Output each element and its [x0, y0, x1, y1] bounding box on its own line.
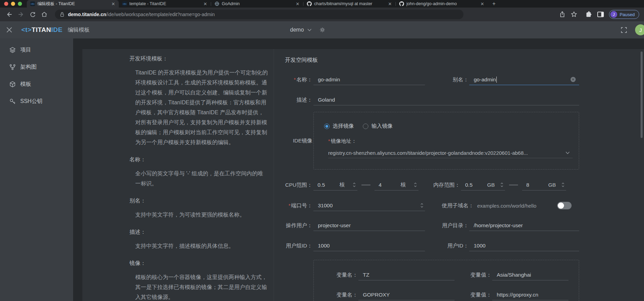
stepper-arrows[interactable] [353, 182, 356, 187]
user-dir-label: 用户目录： [436, 222, 469, 229]
form-title: 开发空间模板 [285, 56, 579, 64]
browser-toolbar: demo.titanide.cn/ide/web/workspace/templ… [0, 8, 644, 21]
memory-max-value: 8 [522, 182, 529, 188]
radio-label: 选择镜像 [333, 123, 354, 130]
gear-icon[interactable] [319, 27, 325, 33]
back-icon [6, 11, 13, 18]
sidebar-item-projects[interactable]: 项目 [0, 41, 73, 58]
sidebar-item-templates[interactable]: 模板 [0, 76, 73, 93]
fullscreen-icon[interactable] [620, 26, 628, 34]
tab-close-icon[interactable]: ✕ [295, 1, 300, 7]
close-window-button[interactable] [4, 2, 8, 6]
user-dir-input[interactable]: /home/projector-user [469, 220, 579, 231]
subdomain-value: examples.com/world/hello [477, 203, 537, 209]
radio-unselected-icon [363, 124, 368, 129]
forward-button[interactable] [15, 9, 27, 20]
browser-tab-mysql-chart[interactable]: charts/bitnami/mysql at master ✕ [303, 0, 395, 8]
group-id-input[interactable]: 1000 [313, 240, 425, 251]
name-value: go-admin [318, 77, 340, 83]
zoom-window-button[interactable] [18, 2, 22, 6]
template-editor-panel: 开发环境模板： TitanIDE 的开发环境模板是为用户提供一个可定制化的环境模… [82, 49, 644, 301]
cpu-max-input[interactable]: 4 核 [375, 180, 418, 190]
lock-icon [60, 12, 65, 17]
tab-close-icon[interactable]: ✕ [111, 1, 116, 7]
cpu-range-label: CPU范围： [285, 182, 312, 189]
tab-close-icon[interactable]: ✕ [387, 1, 393, 7]
extensions-puzzle-icon[interactable] [585, 11, 592, 18]
side-panel-icon[interactable] [597, 11, 604, 18]
browser-tab-goadmin[interactable]: GoAdmin ✕ [211, 0, 303, 8]
template-form: 开发空间模板 名称： go-admin 别名： go-admin ✕ 描述： G… [285, 49, 579, 301]
sidebar-item-architecture[interactable]: 架构图 [0, 58, 73, 76]
minimize-window-button[interactable] [11, 2, 15, 6]
stepper-arrows[interactable] [420, 203, 424, 208]
port-value: 31000 [318, 202, 333, 209]
env-var-row: 变量名： GOPROXY 变量值： https://goproxy.cn [331, 289, 568, 301]
group-id-value: 1000 [318, 243, 330, 249]
var-name-input[interactable]: TZ [358, 269, 455, 280]
cpu-unit: 核 [340, 181, 345, 188]
op-user-input[interactable]: projector-user [313, 220, 425, 231]
alias-input[interactable]: go-admin ✕ [469, 74, 579, 85]
close-editor-icon[interactable] [5, 26, 13, 34]
tab-title: GoAdmin [222, 1, 292, 6]
tab-close-icon[interactable]: ✕ [480, 1, 485, 7]
description-input[interactable]: Goland [313, 94, 579, 105]
radio-select-image[interactable]: 选择镜像 [324, 123, 354, 130]
home-icon [41, 11, 48, 18]
share-icon[interactable] [559, 11, 566, 18]
stepper-arrows[interactable] [561, 182, 565, 187]
op-user-value: projector-user [318, 222, 351, 229]
var-name-label: 变量名： [331, 291, 358, 299]
reload-button[interactable] [27, 9, 38, 20]
cpu-min-input[interactable]: 0.5 核 [313, 180, 357, 190]
user-id-label: 用户ID： [436, 242, 469, 250]
logo-bracket: <t> [21, 26, 32, 33]
github-favicon [399, 1, 404, 6]
clear-input-icon[interactable]: ✕ [571, 77, 576, 82]
sidebar-item-label: 模板 [20, 81, 31, 88]
var-value-input[interactable]: https://goproxy.cn [492, 289, 568, 300]
scrollbar-thumb[interactable] [641, 51, 643, 138]
address-bar[interactable]: demo.titanide.cn/ide/web/workspace/templ… [55, 10, 463, 19]
macos-traffic-lights[interactable] [0, 2, 27, 6]
image-address-select[interactable]: registry.cn-shenzhen.aliyuncs.com/titani… [328, 148, 573, 158]
back-button[interactable] [3, 9, 15, 20]
name-input[interactable]: go-admin [313, 74, 425, 85]
tab-title: charts/bitnami/mysql at master [314, 1, 385, 6]
radio-input-image[interactable]: 输入镜像 [363, 123, 393, 130]
logo-titan: TITAN [32, 26, 51, 33]
docs-paragraph: 支持中英文字符，描述模板的具体信息。 [129, 241, 268, 251]
user-avatar[interactable]: J [635, 24, 644, 35]
browser-tab-go-admin-demo[interactable]: john-deng/go-admin-demo ✕ [396, 0, 488, 8]
env-vars-group: 变量名： TZ 变量值： Asia/Shanghai 变量名： GOPROXY … [313, 260, 579, 301]
docs-column: 开发环境模板： TitanIDE 的开发环境模板是为用户提供一个可定制化的环境模… [82, 49, 274, 301]
user-id-input[interactable]: 1000 [469, 240, 579, 251]
var-name-input[interactable]: GOPROXY [358, 289, 455, 300]
subdomain-toggle[interactable] [557, 202, 572, 209]
browser-tab-edit-template[interactable]: <t> 编辑模板 - TitanIDE ✕ [27, 0, 119, 8]
stepper-arrows[interactable] [500, 182, 504, 187]
text-caret [496, 77, 497, 83]
port-input[interactable]: 31000 [313, 200, 425, 211]
browser-tab-template[interactable]: <t> template - TitanIDE ✕ [119, 0, 211, 8]
tab-close-icon[interactable]: ✕ [203, 1, 208, 7]
memory-max-input[interactable]: 8 GB [522, 180, 566, 190]
image-address-label: 镜像地址： [328, 138, 579, 144]
memory-min-input[interactable]: 0.5 GB [461, 180, 505, 190]
new-tab-button[interactable]: + [490, 0, 498, 8]
user-dir-value: /home/projector-user [474, 222, 523, 229]
tab-title: template - TitanIDE [129, 1, 200, 6]
range-dash [509, 185, 518, 185]
home-button[interactable] [38, 9, 50, 20]
var-name-value: TZ [363, 272, 369, 278]
sidebar-item-ssh-keys[interactable]: SSH公钥 [0, 93, 73, 110]
url-text[interactable]: demo.titanide.cn/ide/web/workspace/templ… [68, 12, 215, 17]
workspace-selector[interactable]: demo [290, 21, 325, 38]
port-label: 端口号： [285, 202, 312, 209]
globe-favicon [215, 1, 219, 6]
stepper-arrows[interactable] [414, 182, 417, 187]
bookmark-star-icon[interactable] [571, 11, 577, 18]
browser-profile-chip[interactable]: J Paused [609, 10, 639, 19]
var-value-input[interactable]: Asia/Shanghai [492, 269, 568, 280]
